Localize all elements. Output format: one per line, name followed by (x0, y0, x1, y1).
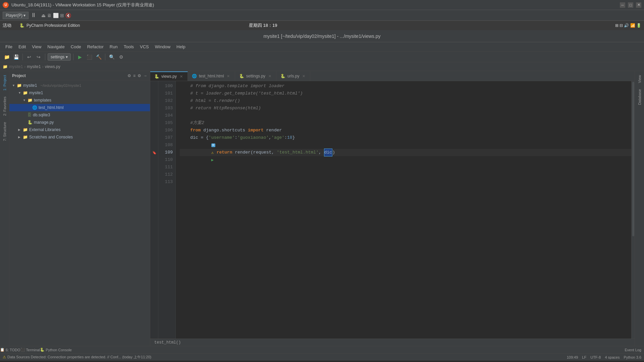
code-line-106: from django.shortcuts import render (180, 127, 631, 134)
python-console-button[interactable]: 🐍 Python Console (40, 348, 72, 352)
gutter-111 (150, 164, 158, 171)
toolbar-separator (22, 54, 23, 60)
menu-file[interactable]: File (3, 43, 15, 50)
tree-item-mysite1[interactable]: ▼ 📁 mysite1 (9, 89, 150, 97)
view-tab[interactable]: View (637, 72, 643, 86)
python-console-icon: 🐍 (40, 348, 45, 352)
breadcrumb-root[interactable]: 📁 (3, 64, 8, 69)
close-button[interactable]: ✕ (636, 2, 641, 8)
menu-vcs[interactable]: VCS (137, 43, 152, 50)
tree-item-root[interactable]: ▼ 📁 mysite1 ~/tedu/vip/day02/mysite1 (9, 82, 150, 89)
cursor-position[interactable]: 109:49 (567, 355, 578, 359)
system-clock: 星期四 18：19 (249, 22, 277, 28)
tab-test-html[interactable]: 🌐 test_html.html ✕ (188, 71, 235, 81)
event-log-label: Event Log (622, 348, 644, 352)
open-folder-button[interactable]: 📁 (3, 53, 11, 61)
tab-urls-close[interactable]: ✕ (301, 74, 306, 78)
code-content[interactable]: # from django.template import loader # t… (176, 81, 631, 339)
scratches-icon: 📁 (23, 135, 28, 139)
tab-test-html-close[interactable]: ✕ (226, 74, 231, 78)
breadcrumb-views[interactable]: views.py (45, 64, 60, 69)
code-line-111 (180, 164, 631, 171)
activities-button[interactable]: 活动 (3, 22, 11, 28)
player-menu-button[interactable]: Player(P) ▾ (3, 12, 29, 19)
tree-item-scratches[interactable]: ▶ 📁 Scratches and Consoles (9, 133, 150, 141)
scrollbar[interactable] (631, 81, 635, 339)
code-render: render (264, 127, 282, 134)
project-expand-icon[interactable]: → (143, 73, 147, 78)
undo-button[interactable]: ↩ (25, 53, 33, 61)
menu-view[interactable]: View (29, 43, 44, 50)
indent-label[interactable]: 4 spaces (605, 355, 620, 359)
tab-views-py[interactable]: 🐍 views.py ✕ (150, 71, 188, 81)
breadcrumb-sep-arrow1: › (24, 64, 25, 69)
database-tab[interactable]: Database (637, 86, 643, 108)
toolbar-separator-4 (105, 54, 105, 60)
tree-item-db[interactable]: ▶ 🗄 db.sqlite3 (9, 111, 150, 119)
project-config-icon[interactable]: ⚙ (138, 73, 141, 78)
minimize-button[interactable]: ─ (620, 2, 625, 8)
tab-views-label: views.py (161, 74, 177, 79)
tree-scratches-label: Scratches and Consoles (29, 135, 73, 139)
ubuntu-system-tray: ⊞ ⊟ 🔊 📶 🔋 (615, 23, 641, 28)
tree-item-ext-libs[interactable]: ▶ 📁 External Libraries (9, 126, 150, 133)
menu-window[interactable]: Window (152, 43, 173, 50)
tab-settings-close[interactable]: ✕ (267, 74, 272, 78)
menu-help[interactable]: Help (174, 43, 188, 50)
project-tab[interactable]: 1: Project (2, 72, 8, 93)
encoding-label[interactable]: UTF-8 (590, 355, 601, 359)
tree-item-manage[interactable]: ▶ 🐍 manage.py (9, 119, 150, 126)
language-label[interactable]: Python 3.6 (624, 355, 641, 359)
tab-settings-label: settings.py (246, 74, 265, 78)
favorites-tab[interactable]: 2: Favorites (2, 94, 8, 118)
function-hint-text: test_html() (154, 340, 181, 345)
expand-arrow-ext: ▶ (18, 128, 21, 131)
tab-settings-py[interactable]: 🐍 settings.py ✕ (235, 71, 276, 81)
run-button[interactable]: ▶ (76, 53, 84, 61)
event-log-btn[interactable]: Event Log (622, 347, 644, 352)
gutter-106 (150, 127, 158, 134)
editor-area[interactable]: 🔖 100 101 102 103 104 105 106 107 108 10… (150, 81, 635, 339)
pause-icon[interactable]: ⏸ (31, 12, 37, 19)
tree-item-templates[interactable]: ▼ 📁 templates (9, 97, 150, 104)
menu-code[interactable]: Code (68, 43, 84, 50)
ext-libs-icon: 📁 (23, 127, 28, 132)
toolbar-separator-3 (73, 54, 73, 60)
settings-label: settings (51, 55, 64, 59)
line-num-105: 105 (158, 119, 173, 127)
menu-edit[interactable]: Edit (16, 43, 29, 50)
build-button[interactable]: 🔨 (95, 53, 103, 61)
manage-file-icon: 🐍 (28, 120, 33, 125)
views-py-icon: 🐍 (154, 74, 159, 79)
expand-arrow-scratches: ▶ (18, 135, 21, 139)
stop-button[interactable]: ⬛ (85, 53, 93, 61)
save-button[interactable]: 💾 (12, 53, 20, 61)
line-num-104: 104 (158, 112, 173, 119)
settings-config-button[interactable]: settings ▾ (48, 53, 71, 61)
status-right: 109:49 LF UTF-8 4 spaces Python 3.6 (567, 355, 641, 359)
maximize-button[interactable]: □ (628, 2, 633, 8)
redo-button[interactable]: ↪ (35, 53, 43, 61)
tree-manage-label: manage.py (34, 120, 54, 125)
todo-label: 6: TODO (6, 348, 20, 352)
code-indent-106 (180, 127, 190, 134)
menu-refactor[interactable]: Refactor (85, 43, 106, 50)
scroll-thumb[interactable] (632, 82, 634, 236)
tab-urls-py[interactable]: 🐍 urls.py ✕ (276, 71, 310, 81)
settings-button[interactable]: ⚙ (117, 53, 125, 61)
templates-folder-icon: 📁 (28, 98, 33, 103)
terminal-button[interactable]: ⬛ Terminal (20, 348, 40, 352)
tree-item-test-html[interactable]: ▶ 🌐 test_html.html (9, 104, 150, 111)
structure-tab[interactable]: 7: Structure (2, 119, 8, 144)
project-settings-icon[interactable]: ⚙ (127, 73, 131, 78)
line-num-106: 106 (158, 127, 173, 134)
menu-tools[interactable]: Tools (121, 43, 137, 50)
search-button[interactable]: 🔍 (108, 53, 116, 61)
project-menu-icon[interactable]: ≡ (133, 73, 136, 78)
line-num-111: 111 (158, 164, 173, 171)
tab-views-close[interactable]: ✕ (179, 74, 183, 79)
todo-button[interactable]: 📋 6: TODO (0, 348, 20, 352)
menu-navigate[interactable]: Navigate (45, 43, 67, 50)
breadcrumb-mysite1[interactable]: mysite1 (27, 64, 41, 69)
menu-run[interactable]: Run (107, 43, 120, 50)
